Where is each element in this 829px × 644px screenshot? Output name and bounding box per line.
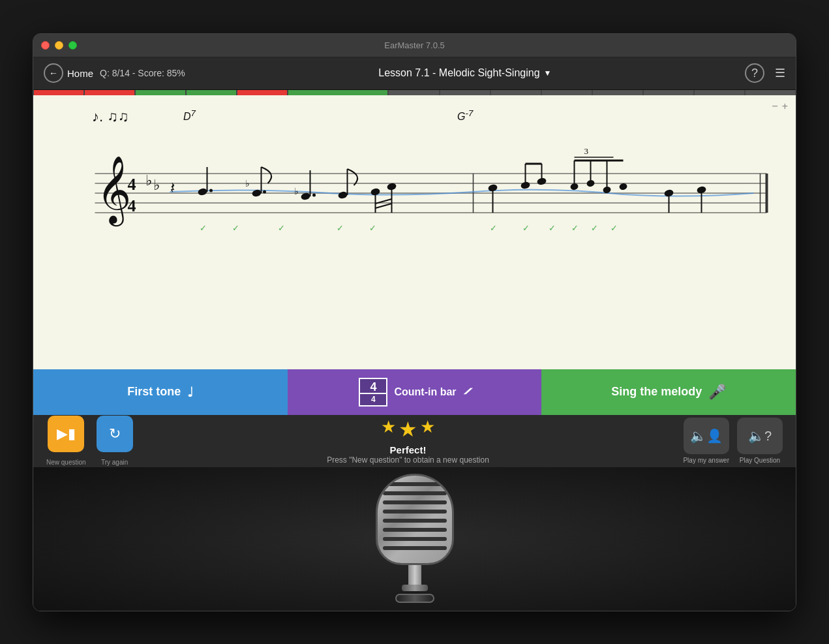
chord-label-g7: G-7 (457, 108, 473, 123)
mic-grille (383, 482, 447, 550)
try-again-group: ↻ Try again (97, 416, 133, 466)
progress-segment (288, 90, 387, 95)
svg-text:✓: ✓ (610, 223, 618, 233)
play-my-answer-button[interactable]: 🔈👤 (684, 418, 729, 454)
back-icon: ← (44, 63, 63, 83)
svg-text:✓: ✓ (571, 223, 579, 233)
progress-segment (237, 90, 287, 95)
svg-text:✓: ✓ (522, 223, 530, 233)
new-question-group: ▶▮ New question (46, 416, 86, 466)
svg-text:✓: ✓ (278, 223, 285, 233)
new-question-button[interactable]: ▶▮ (48, 416, 84, 452)
result-title: Perfect! (390, 444, 427, 455)
mic-area (33, 467, 796, 611)
mic-stripe (383, 537, 447, 541)
svg-text:✓: ✓ (200, 223, 207, 233)
svg-text:✓: ✓ (591, 223, 598, 233)
speaker-question-icon: 🔈? (748, 428, 772, 444)
star-3: ★ (420, 417, 435, 442)
minimize-button[interactable] (55, 41, 63, 50)
progress-segment (695, 90, 744, 95)
next-icon: ▶▮ (57, 425, 76, 442)
mic-stripe (383, 546, 447, 550)
count-in-button[interactable]: 4 4 Count-in bar 𝄍 (288, 369, 542, 415)
refresh-icon: ↻ (109, 425, 121, 442)
count-in-label: Count-in bar (394, 386, 456, 398)
progress-segment (85, 90, 134, 95)
music-staff: 𝄞 4 4 ♭ ♭ 𝄽 ♭ (53, 134, 776, 252)
sheet-music-area: − + ♪. ♫♫ D7 G-7 (33, 95, 796, 369)
close-button[interactable] (41, 41, 50, 50)
mic-base (402, 585, 428, 591)
home-label: Home (67, 68, 93, 79)
result-display: ★ ★ ★ Perfect! Press "New question" to o… (143, 417, 673, 465)
music-note-icon: ♩ (187, 384, 193, 400)
play-answer-group: 🔈👤 Play my answer (683, 418, 729, 464)
play-question-label: Play Question (740, 457, 780, 464)
svg-text:♭: ♭ (294, 187, 299, 196)
svg-text:𝄞: 𝄞 (97, 157, 131, 227)
microphone-icon: 🎤 (708, 384, 726, 401)
svg-point-24 (312, 193, 316, 196)
svg-point-16 (209, 189, 213, 192)
menu-button[interactable]: ☰ (775, 66, 785, 80)
first-tone-button[interactable]: First tone ♩ (33, 369, 288, 415)
speaker-person-icon: 🔈👤 (690, 428, 723, 444)
svg-point-14 (197, 187, 207, 196)
progress-segment (187, 90, 236, 95)
try-again-button[interactable]: ↻ (97, 416, 133, 452)
mic-ring (395, 594, 434, 603)
progress-segment (593, 90, 642, 95)
mic-stem (408, 565, 421, 585)
play-buttons: 🔈👤 Play my answer 🔈? Play Question (683, 418, 783, 464)
progress-segment (542, 90, 592, 95)
play-question-group: 🔈? Play Question (737, 418, 783, 464)
help-button[interactable]: ? (745, 63, 764, 83)
result-subtext: Press "New question" to obtain a new que… (327, 455, 489, 465)
try-again-label: Try again (101, 459, 128, 466)
microphone-display (363, 474, 467, 603)
chord-label-d7: D7 (183, 108, 196, 123)
app-title: EarMaster 7.0.5 (384, 40, 445, 50)
svg-text:✓: ✓ (549, 223, 556, 233)
progress-segment (440, 90, 490, 95)
play-answer-label: Play my answer (683, 457, 729, 464)
lesson-title: Lesson 7.1 - Melodic Sight-Singing ▼ (185, 67, 745, 79)
tempo-marking: ♪. ♫♫ (92, 108, 128, 125)
svg-point-20 (263, 190, 266, 193)
time-signature-display: 4 4 (359, 378, 387, 406)
mic-stripe (383, 500, 447, 504)
play-question-button[interactable]: 🔈? (737, 418, 783, 454)
progress-segment (491, 90, 541, 95)
staff-container: ♪. ♫♫ D7 G-7 𝄞 4 (33, 95, 796, 268)
mic-stripe (383, 491, 447, 495)
mic-head (376, 474, 454, 565)
svg-text:♭: ♭ (145, 172, 152, 189)
svg-text:3: 3 (584, 146, 589, 156)
mic-stripe (383, 519, 447, 523)
progress-segment (34, 90, 83, 95)
mic-stripe (383, 528, 447, 532)
fullscreen-button[interactable] (68, 41, 77, 50)
time-sig-bottom: 4 (360, 393, 386, 403)
mic-stripe (383, 510, 447, 514)
stars-rating: ★ ★ ★ (381, 417, 435, 442)
title-bar: EarMaster 7.0.5 (33, 34, 796, 57)
app-window: EarMaster 7.0.5 ← Home Q: 8/14 - Score: … (33, 33, 796, 611)
score-display: Q: 8/14 - Score: 85% (100, 68, 185, 78)
sing-melody-button[interactable]: Sing the melody 🎤 (541, 369, 796, 415)
home-button[interactable]: ← Home (44, 63, 93, 83)
svg-text:✓: ✓ (490, 223, 497, 233)
progress-segment (644, 90, 693, 95)
svg-text:4: 4 (128, 175, 136, 194)
svg-text:✓: ✓ (337, 223, 344, 233)
chevron-down-icon[interactable]: ▼ (544, 69, 552, 78)
time-sig-top: 4 (370, 381, 376, 393)
control-bar: ▶▮ New question ↻ Try again ★ ★ ★ Perfec… (33, 415, 796, 467)
svg-text:♭: ♭ (153, 177, 160, 193)
metronome-icon: 𝄍 (463, 384, 470, 401)
progress-segment (746, 90, 795, 95)
progress-segment (389, 90, 438, 95)
svg-text:♭: ♭ (245, 179, 250, 189)
star-1: ★ (381, 417, 396, 442)
